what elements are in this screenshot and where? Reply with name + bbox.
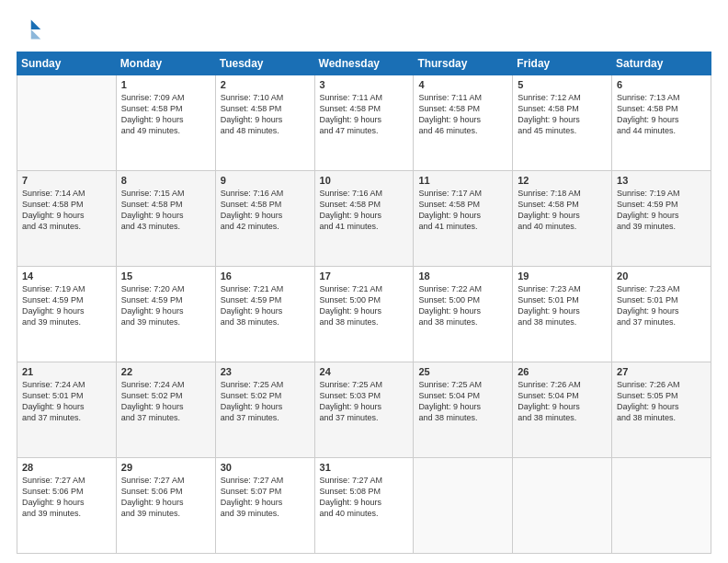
day-info: Sunrise: 7:24 AM Sunset: 5:02 PM Dayligh… <box>121 379 210 424</box>
calendar-day-cell: 9Sunrise: 7:16 AM Sunset: 4:58 PM Daylig… <box>215 171 314 267</box>
calendar-day-cell: 27Sunrise: 7:26 AM Sunset: 5:05 PM Dayli… <box>612 362 711 458</box>
weekday-header-cell: Friday <box>513 52 612 75</box>
calendar-day-cell: 29Sunrise: 7:27 AM Sunset: 5:06 PM Dayli… <box>116 458 215 554</box>
calendar-day-cell: 1Sunrise: 7:09 AM Sunset: 4:58 PM Daylig… <box>116 75 215 171</box>
calendar-week-row: 28Sunrise: 7:27 AM Sunset: 5:06 PM Dayli… <box>17 458 711 554</box>
day-number: 7 <box>22 175 111 186</box>
day-info: Sunrise: 7:11 AM Sunset: 4:58 PM Dayligh… <box>418 92 507 137</box>
day-number: 4 <box>418 79 507 90</box>
calendar-day-cell: 20Sunrise: 7:23 AM Sunset: 5:01 PM Dayli… <box>612 267 711 362</box>
calendar-day-cell: 14Sunrise: 7:19 AM Sunset: 4:59 PM Dayli… <box>17 267 117 362</box>
logo-icon <box>17 17 42 42</box>
calendar-day-cell: 31Sunrise: 7:27 AM Sunset: 5:08 PM Dayli… <box>314 458 414 554</box>
calendar-day-cell: 21Sunrise: 7:24 AM Sunset: 5:01 PM Dayli… <box>17 362 117 458</box>
day-number: 10 <box>320 175 409 186</box>
day-info: Sunrise: 7:15 AM Sunset: 4:58 PM Dayligh… <box>121 188 210 233</box>
day-number: 23 <box>221 366 310 377</box>
weekday-header-row: SundayMondayTuesdayWednesdayThursdayFrid… <box>17 52 711 75</box>
day-info: Sunrise: 7:20 AM Sunset: 4:59 PM Dayligh… <box>121 283 210 328</box>
day-number: 13 <box>617 175 706 186</box>
day-number: 8 <box>121 175 210 186</box>
day-number: 24 <box>320 366 409 377</box>
calendar-day-cell: 8Sunrise: 7:15 AM Sunset: 4:58 PM Daylig… <box>116 171 215 267</box>
day-info: Sunrise: 7:19 AM Sunset: 4:59 PM Dayligh… <box>22 283 111 328</box>
day-number: 28 <box>22 462 111 473</box>
weekday-header-cell: Thursday <box>414 52 513 75</box>
day-number: 17 <box>320 270 409 282</box>
day-number: 21 <box>22 366 111 377</box>
svg-marker-1 <box>31 29 41 40</box>
weekday-header-cell: Saturday <box>612 52 711 75</box>
day-info: Sunrise: 7:21 AM Sunset: 5:00 PM Dayligh… <box>320 283 409 328</box>
day-info: Sunrise: 7:24 AM Sunset: 5:01 PM Dayligh… <box>22 379 111 424</box>
weekday-header-cell: Tuesday <box>215 52 314 75</box>
day-info: Sunrise: 7:10 AM Sunset: 4:58 PM Dayligh… <box>221 92 310 137</box>
day-info: Sunrise: 7:18 AM Sunset: 4:58 PM Dayligh… <box>518 188 607 233</box>
day-number: 3 <box>320 79 409 90</box>
day-number: 26 <box>518 366 607 377</box>
day-number: 9 <box>221 175 310 186</box>
day-info: Sunrise: 7:27 AM Sunset: 5:06 PM Dayligh… <box>121 475 210 520</box>
calendar-day-cell <box>612 458 711 554</box>
calendar-day-cell: 4Sunrise: 7:11 AM Sunset: 4:58 PM Daylig… <box>414 75 513 171</box>
day-info: Sunrise: 7:23 AM Sunset: 5:01 PM Dayligh… <box>518 283 607 328</box>
calendar-day-cell: 30Sunrise: 7:27 AM Sunset: 5:07 PM Dayli… <box>215 458 314 554</box>
day-number: 27 <box>617 366 706 377</box>
calendar-day-cell: 26Sunrise: 7:26 AM Sunset: 5:04 PM Dayli… <box>513 362 612 458</box>
day-info: Sunrise: 7:26 AM Sunset: 5:04 PM Dayligh… <box>518 379 607 424</box>
calendar-day-cell: 17Sunrise: 7:21 AM Sunset: 5:00 PM Dayli… <box>314 267 414 362</box>
calendar-day-cell: 13Sunrise: 7:19 AM Sunset: 4:59 PM Dayli… <box>612 171 711 267</box>
day-number: 5 <box>518 79 607 90</box>
calendar-day-cell: 16Sunrise: 7:21 AM Sunset: 4:59 PM Dayli… <box>215 267 314 362</box>
day-info: Sunrise: 7:11 AM Sunset: 4:58 PM Dayligh… <box>320 92 409 137</box>
calendar-day-cell: 18Sunrise: 7:22 AM Sunset: 5:00 PM Dayli… <box>414 267 513 362</box>
day-info: Sunrise: 7:25 AM Sunset: 5:04 PM Dayligh… <box>418 379 507 424</box>
calendar-day-cell: 28Sunrise: 7:27 AM Sunset: 5:06 PM Dayli… <box>17 458 117 554</box>
header <box>17 17 711 42</box>
day-info: Sunrise: 7:22 AM Sunset: 5:00 PM Dayligh… <box>418 283 507 328</box>
day-info: Sunrise: 7:09 AM Sunset: 4:58 PM Dayligh… <box>121 92 210 137</box>
calendar-day-cell: 12Sunrise: 7:18 AM Sunset: 4:58 PM Dayli… <box>513 171 612 267</box>
day-number: 2 <box>221 79 310 90</box>
calendar-day-cell: 23Sunrise: 7:25 AM Sunset: 5:02 PM Dayli… <box>215 362 314 458</box>
day-number: 20 <box>617 270 706 282</box>
day-number: 18 <box>418 270 507 282</box>
day-number: 16 <box>221 270 310 282</box>
day-info: Sunrise: 7:14 AM Sunset: 4:58 PM Dayligh… <box>22 188 111 233</box>
page: SundayMondayTuesdayWednesdayThursdayFrid… <box>0 0 728 563</box>
calendar-day-cell: 19Sunrise: 7:23 AM Sunset: 5:01 PM Dayli… <box>513 267 612 362</box>
day-number: 30 <box>221 462 310 473</box>
day-number: 29 <box>121 462 210 473</box>
calendar-day-cell: 5Sunrise: 7:12 AM Sunset: 4:58 PM Daylig… <box>513 75 612 171</box>
calendar-day-cell <box>414 458 513 554</box>
day-info: Sunrise: 7:27 AM Sunset: 5:08 PM Dayligh… <box>320 475 409 520</box>
day-info: Sunrise: 7:16 AM Sunset: 4:58 PM Dayligh… <box>221 188 310 233</box>
weekday-header-cell: Monday <box>116 52 215 75</box>
calendar-day-cell: 2Sunrise: 7:10 AM Sunset: 4:58 PM Daylig… <box>215 75 314 171</box>
calendar-day-cell: 15Sunrise: 7:20 AM Sunset: 4:59 PM Dayli… <box>116 267 215 362</box>
day-number: 15 <box>121 270 210 282</box>
day-number: 1 <box>121 79 210 90</box>
calendar-day-cell <box>17 75 117 171</box>
calendar-day-cell: 24Sunrise: 7:25 AM Sunset: 5:03 PM Dayli… <box>314 362 414 458</box>
day-info: Sunrise: 7:13 AM Sunset: 4:58 PM Dayligh… <box>617 92 706 137</box>
calendar-week-row: 21Sunrise: 7:24 AM Sunset: 5:01 PM Dayli… <box>17 362 711 458</box>
day-number: 22 <box>121 366 210 377</box>
calendar-table: SundayMondayTuesdayWednesdayThursdayFrid… <box>17 52 711 554</box>
calendar-day-cell: 3Sunrise: 7:11 AM Sunset: 4:58 PM Daylig… <box>314 75 414 171</box>
svg-rect-2 <box>18 20 31 40</box>
weekday-header-cell: Sunday <box>17 52 117 75</box>
weekday-header-cell: Wednesday <box>314 52 414 75</box>
day-info: Sunrise: 7:23 AM Sunset: 5:01 PM Dayligh… <box>617 283 706 328</box>
day-info: Sunrise: 7:19 AM Sunset: 4:59 PM Dayligh… <box>617 188 706 233</box>
calendar-day-cell: 11Sunrise: 7:17 AM Sunset: 4:58 PM Dayli… <box>414 171 513 267</box>
calendar-day-cell: 25Sunrise: 7:25 AM Sunset: 5:04 PM Dayli… <box>414 362 513 458</box>
calendar-week-row: 14Sunrise: 7:19 AM Sunset: 4:59 PM Dayli… <box>17 267 711 362</box>
calendar-week-row: 7Sunrise: 7:14 AM Sunset: 4:58 PM Daylig… <box>17 171 711 267</box>
day-number: 6 <box>617 79 706 90</box>
day-number: 19 <box>518 270 607 282</box>
svg-marker-0 <box>31 20 41 30</box>
day-number: 31 <box>320 462 409 473</box>
day-info: Sunrise: 7:21 AM Sunset: 4:59 PM Dayligh… <box>221 283 310 328</box>
calendar-day-cell <box>513 458 612 554</box>
